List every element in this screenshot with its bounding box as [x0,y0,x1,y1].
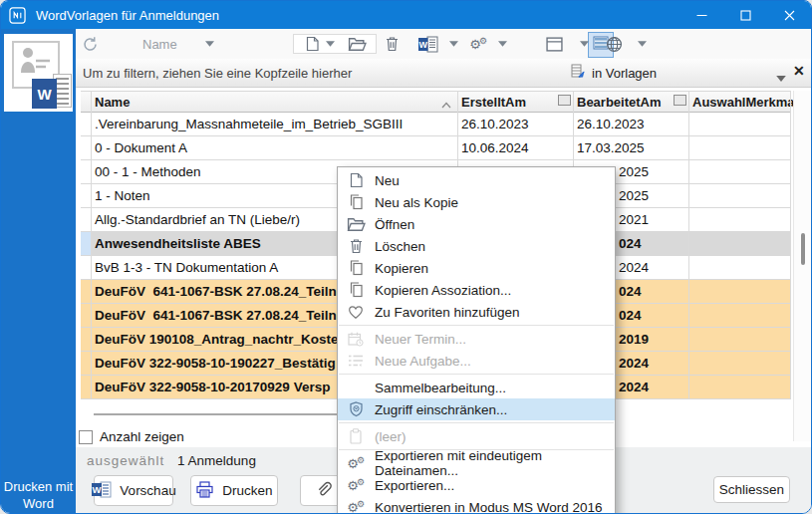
printer-icon [195,481,214,501]
menu-item-label: Zugriff einschränken... [375,402,507,417]
menu-item[interactable]: Neu [338,169,615,191]
sort-ascending-icon[interactable] [441,97,451,112]
group-by-hint: Um zu filtern, ziehen Sie eine Kopfzeile… [83,66,352,81]
globe-caret-icon[interactable] [638,29,647,59]
new-page-icon [346,172,366,188]
cell: 2024 [619,356,649,371]
word-preview-icon: W [91,481,112,501]
word-document-icon[interactable]: W [417,29,438,59]
close-button[interactable] [767,1,811,29]
menu-item[interactable]: ⚙⚙Exportieren mit eindeutigem Dateinamen… [338,452,615,474]
settings-gears-icon[interactable]: ⚙⚙ [469,29,488,59]
column-resize-handle[interactable] [558,95,571,106]
vertical-scrollbar[interactable] [793,91,812,441]
cell: 00 - 1 - Methoden [95,164,201,179]
word-document-caret-icon[interactable] [449,29,458,59]
selection-status: ausgewählt 1 Anmeldung [87,453,256,468]
scope-selector[interactable]: in Vorlagen [571,64,657,82]
menu-item[interactable]: Zugriff einschränken... [338,398,615,420]
field-selector-label[interactable]: Name [142,29,177,59]
menu-item[interactable]: Kopieren [338,257,615,279]
column-header-auswahlmerkmal[interactable]: AuswahlMerkmal [692,95,798,110]
scrollbar-thumb[interactable] [801,233,805,265]
globe-icon[interactable] [606,29,623,59]
table-row[interactable]: 0 - Dokument A10.06.202417.03.2025 [81,136,791,160]
app-icon [9,6,27,24]
column-resize-handle[interactable] [674,95,686,106]
table-header-row: Name ErstelltAm BearbeitetAm AuswahlMerk… [81,91,791,113]
refresh-icon[interactable] [82,29,99,59]
cell: 2019 [619,332,649,347]
heart-icon [346,305,366,320]
menu-separator [339,325,614,326]
copy-icon [346,194,366,210]
splitter-handle[interactable] [94,413,337,415]
task-icon [346,354,366,368]
panel-close-icon[interactable]: ✕ [793,63,805,79]
gear-icon: ⚙⚙ [346,477,366,493]
shield-icon [346,401,366,417]
folder-open-icon [346,217,366,232]
trash-icon [346,238,366,254]
cell: 2024 [619,260,649,275]
cell: DeuFöV 322-9058-10-190227_Bestätig [95,356,336,371]
menu-separator [339,422,614,423]
menu-item-label: Exportieren mit eindeutigem Dateinamen..… [375,448,615,478]
new-document-caret-icon[interactable] [326,29,335,59]
svg-text:⚙: ⚙ [356,477,364,487]
clipboard-icon [346,428,366,444]
print-button[interactable]: Drucken [190,475,278,506]
menu-item-label: Neuer Termin... [375,332,466,347]
column-header-name[interactable]: Name [95,95,130,110]
menu-item[interactable]: ⚙⚙Konvertieren in Modus MS Word 2016 [338,496,615,514]
menu-item: Neuer Termin... [338,328,615,350]
cell: Allg.-Standardbrief an TN (Liebe/r) [95,212,300,227]
cell: 2025 [619,188,649,203]
menu-item[interactable]: Kopieren Assoziation... [338,279,615,301]
svg-text:⚙: ⚙ [356,499,364,509]
close-dialog-button[interactable]: Schliessen [713,476,790,503]
cell: 2025 [619,164,649,179]
svg-text:⚙: ⚙ [479,36,487,46]
panel-view-icon[interactable] [546,29,563,59]
menu-item[interactable]: Löschen [338,235,615,257]
delete-icon[interactable] [385,29,400,59]
group-by-bar[interactable]: Um zu filtern, ziehen Sie eine Kopfzeile… [76,59,811,88]
cell: 2024 [619,380,649,394]
show-count-checkbox[interactable] [79,430,93,444]
minimize-button[interactable] [679,1,723,29]
menu-item-label: Sammelbearbeitung... [375,381,506,395]
column-header-erstelltam[interactable]: ErstelltAm [461,95,526,110]
menu-item: (leer) [338,425,615,447]
window-title: WordVorlagen für Anmeldungen [36,8,219,23]
template-scope-icon [571,64,586,82]
table-row[interactable]: .Vereinbarung_Massnahmeteile_im_Betrieb_… [81,113,791,136]
settings-caret-icon[interactable] [498,29,507,59]
cell: 17.03.2025 [577,140,645,155]
menu-item-label: Kopieren [375,261,428,276]
menu-item[interactable]: Öffnen [338,213,615,235]
cell: BvB 1-3 - TN Dokumentation A [95,260,278,275]
menu-item[interactable]: Zu Favoriten hinzufügen [338,301,615,323]
column-header-bearbeitetam[interactable]: BearbeitetAm [577,95,662,110]
new-document-icon[interactable] [305,29,320,59]
field-selector-caret-icon[interactable] [205,29,214,59]
copy-icon [346,282,366,298]
maximize-button[interactable] [723,1,767,29]
scope-label: in Vorlagen [592,66,657,81]
menu-item[interactable]: Neu als Kopie [338,191,615,213]
menu-item[interactable]: Sammelbearbeitung... [338,377,615,398]
copy-icon [346,260,366,276]
preview-button[interactable]: W Vorschau [94,475,173,506]
cell: 26.10.2023 [461,117,529,131]
panel-view-caret-icon[interactable] [580,29,589,59]
open-folder-icon[interactable] [348,29,367,59]
menu-item-label: Löschen [375,239,425,254]
calendar-icon [346,332,366,347]
cell: 10.06.2024 [461,140,529,155]
cell: 2021 [619,212,649,227]
cell: 1 - Noten [95,188,150,203]
scope-caret-icon[interactable] [776,68,786,86]
cell: DeuFöV 641-1067-BSK 27.08.24_Teiln [95,308,337,323]
window-controls [679,1,811,29]
